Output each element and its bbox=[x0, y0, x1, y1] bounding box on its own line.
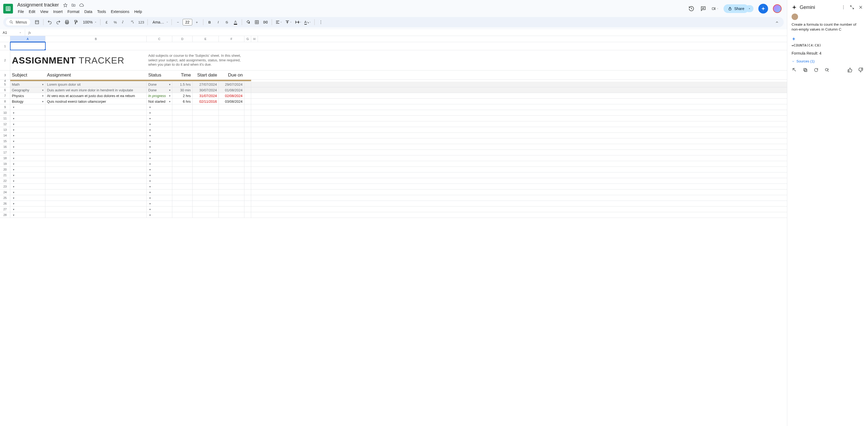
gemini-close-icon[interactable] bbox=[858, 4, 864, 10]
cell[interactable] bbox=[192, 110, 219, 115]
header-subject[interactable]: Subject bbox=[10, 70, 45, 80]
cell[interactable] bbox=[244, 167, 251, 172]
cell[interactable] bbox=[172, 127, 192, 133]
collapse-toolbar-button[interactable] bbox=[773, 18, 781, 26]
row-header[interactable]: 16 bbox=[0, 144, 10, 149]
star-icon[interactable] bbox=[63, 2, 68, 8]
borders-button[interactable] bbox=[253, 18, 261, 26]
comments-icon[interactable] bbox=[700, 5, 707, 12]
subject-cell[interactable]: ▾ bbox=[10, 144, 45, 149]
cell[interactable] bbox=[192, 161, 219, 167]
cell[interactable] bbox=[192, 155, 219, 161]
cell[interactable] bbox=[244, 50, 251, 70]
col-header-D[interactable]: D bbox=[172, 36, 192, 42]
row-header[interactable]: 10 bbox=[0, 110, 10, 115]
document-title[interactable]: Assignment tracker bbox=[16, 2, 60, 8]
gemini-copy-icon[interactable] bbox=[802, 67, 808, 73]
cell[interactable] bbox=[172, 138, 192, 144]
cell[interactable] bbox=[192, 206, 219, 212]
status-cell[interactable]: ▾ bbox=[147, 144, 172, 149]
status-cell[interactable]: Done▾ bbox=[147, 82, 172, 87]
start-cell[interactable]: 30/07/2024 bbox=[192, 87, 219, 93]
cell[interactable] bbox=[244, 201, 251, 206]
subject-cell[interactable]: Physics▾ bbox=[10, 93, 45, 98]
gemini-insert-icon[interactable] bbox=[792, 67, 798, 73]
print-button[interactable] bbox=[63, 18, 71, 26]
status-cell[interactable]: ▾ bbox=[147, 127, 172, 133]
subject-cell[interactable]: Biology▾ bbox=[10, 99, 45, 104]
subject-cell[interactable]: ▾ bbox=[10, 178, 45, 183]
cell[interactable] bbox=[192, 104, 219, 110]
currency-button[interactable]: £ bbox=[103, 18, 111, 26]
menu-format[interactable]: Format bbox=[66, 8, 81, 15]
status-cell[interactable]: ▾ bbox=[147, 206, 172, 212]
assignment-cell[interactable]: At vero eos et accusam et justo duo dolo… bbox=[45, 93, 147, 98]
font-family-dropdown[interactable]: Amara... bbox=[150, 20, 169, 24]
cell[interactable] bbox=[192, 212, 219, 218]
subject-cell[interactable]: ▾ bbox=[10, 121, 45, 127]
subject-cell[interactable]: ▾ bbox=[10, 167, 45, 172]
cell[interactable] bbox=[244, 104, 251, 110]
cell[interactable] bbox=[244, 172, 251, 178]
status-cell[interactable]: ▾ bbox=[147, 212, 172, 218]
start-cell[interactable]: 31/07/2024 bbox=[192, 93, 219, 98]
cell-A1[interactable] bbox=[10, 42, 45, 50]
due-cell[interactable]: 01/08/2024 bbox=[219, 87, 244, 93]
cell[interactable] bbox=[244, 161, 251, 167]
decrease-decimal-button[interactable]: .0 bbox=[120, 18, 128, 26]
status-cell[interactable]: In progress▾ bbox=[147, 93, 172, 98]
cell[interactable] bbox=[244, 178, 251, 183]
menu-data[interactable]: Data bbox=[83, 8, 94, 15]
header-due[interactable]: Due on bbox=[219, 70, 244, 80]
cell[interactable] bbox=[244, 138, 251, 144]
cell[interactable] bbox=[219, 167, 244, 172]
cell[interactable] bbox=[45, 201, 147, 206]
cell[interactable] bbox=[172, 110, 192, 115]
title-cell[interactable]: ASSIGNMENT TRACKER bbox=[10, 50, 147, 70]
cloud-status-icon[interactable] bbox=[79, 2, 84, 8]
menu-edit[interactable]: Edit bbox=[27, 8, 37, 15]
cell[interactable] bbox=[172, 190, 192, 195]
status-cell[interactable]: ▾ bbox=[147, 195, 172, 201]
undo-button[interactable] bbox=[45, 18, 54, 26]
cell[interactable] bbox=[192, 195, 219, 201]
cell[interactable] bbox=[244, 70, 251, 80]
status-cell[interactable]: ▾ bbox=[147, 110, 172, 115]
italic-button[interactable]: I bbox=[214, 18, 222, 26]
menu-file[interactable]: File bbox=[16, 8, 26, 15]
subject-cell[interactable]: ▾ bbox=[10, 138, 45, 144]
cell[interactable] bbox=[244, 99, 251, 104]
status-cell[interactable]: ▾ bbox=[147, 190, 172, 195]
row-header[interactable]: 7 bbox=[0, 93, 10, 98]
paint-format-button[interactable] bbox=[71, 18, 80, 26]
cell[interactable] bbox=[244, 206, 251, 212]
font-size-input[interactable] bbox=[183, 19, 192, 25]
gemini-expand-icon[interactable] bbox=[849, 4, 855, 10]
row-header[interactable]: 9 bbox=[0, 104, 10, 110]
time-cell[interactable]: 2 hrs bbox=[172, 93, 192, 98]
subject-cell[interactable]: ▾ bbox=[10, 150, 45, 155]
zoom-dropdown[interactable]: 100% bbox=[80, 20, 98, 24]
cell[interactable] bbox=[172, 201, 192, 206]
col-header-H[interactable]: H bbox=[251, 36, 258, 42]
row-header[interactable]: 22 bbox=[0, 178, 10, 183]
cell[interactable] bbox=[172, 150, 192, 155]
assignment-cell[interactable]: Duis autem vel eum iriure dolor in hendr… bbox=[45, 87, 147, 93]
cell[interactable] bbox=[172, 116, 192, 121]
cell[interactable] bbox=[172, 104, 192, 110]
cell[interactable] bbox=[219, 127, 244, 133]
meet-button[interactable] bbox=[712, 5, 719, 12]
status-cell[interactable]: ▾ bbox=[147, 155, 172, 161]
subject-cell[interactable]: ▾ bbox=[10, 212, 45, 218]
row-header[interactable]: 19 bbox=[0, 161, 10, 167]
cell[interactable] bbox=[192, 42, 219, 50]
cell[interactable] bbox=[172, 121, 192, 127]
cell[interactable] bbox=[219, 110, 244, 115]
account-avatar[interactable] bbox=[773, 4, 782, 13]
name-box[interactable]: A1 bbox=[1, 30, 23, 35]
cell[interactable] bbox=[172, 206, 192, 212]
cell[interactable] bbox=[172, 144, 192, 149]
header-time[interactable]: Time bbox=[172, 70, 192, 80]
status-cell[interactable]: ▾ bbox=[147, 167, 172, 172]
time-cell[interactable]: 1.5 hrs bbox=[172, 82, 192, 87]
